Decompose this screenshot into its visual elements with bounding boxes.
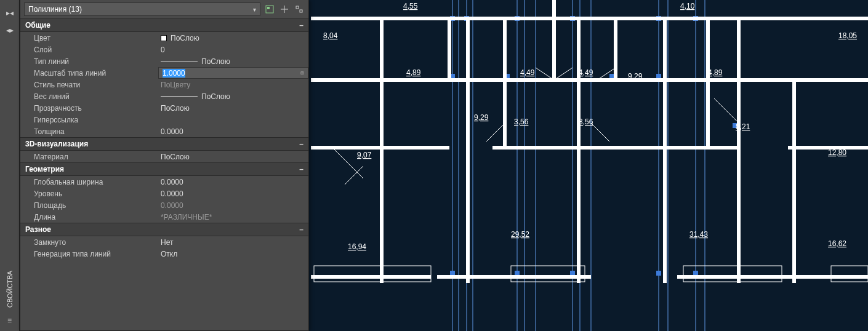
collapse-icon[interactable]: – bbox=[299, 165, 303, 173]
value-text: 0.0000 bbox=[161, 201, 183, 210]
property-row[interactable]: Длина*РАЗЛИЧНЫЕ* bbox=[20, 211, 308, 223]
property-row[interactable]: Уровень0.0000 bbox=[20, 188, 308, 199]
value-text: ПоСлою bbox=[161, 104, 190, 113]
value-text: 0 bbox=[161, 46, 165, 54]
chevron-down-icon: ▾ bbox=[253, 6, 256, 13]
group-header[interactable]: Общие– bbox=[20, 18, 308, 32]
property-value[interactable]: 0.0000 bbox=[158, 199, 308, 211]
select-objects-icon[interactable] bbox=[294, 4, 305, 15]
property-value[interactable]: ПоСлою bbox=[158, 90, 308, 102]
property-value[interactable] bbox=[158, 114, 308, 126]
value-input[interactable] bbox=[161, 68, 308, 78]
property-label: Гиперссылка bbox=[20, 116, 158, 124]
property-row[interactable]: МатериалПоСлою bbox=[20, 151, 308, 162]
selection-combo[interactable]: Полилиния (13) ▾ bbox=[24, 2, 260, 16]
svg-rect-28 bbox=[656, 271, 661, 276]
group-header[interactable]: Геометрия– bbox=[20, 162, 308, 176]
property-row[interactable]: Глобальная ширина0.0000 bbox=[20, 176, 308, 188]
property-label: Масштаб типа линий bbox=[20, 69, 158, 78]
property-value[interactable]: 0.0000 bbox=[158, 176, 308, 188]
property-value[interactable]: ПоСлою bbox=[158, 102, 308, 114]
collapse-icon[interactable]: – bbox=[299, 225, 303, 234]
property-value[interactable]: 0.0000 bbox=[158, 188, 308, 199]
collapse-icon[interactable]: – bbox=[299, 140, 303, 148]
value-text: 0.0000 bbox=[161, 178, 183, 186]
property-row[interactable]: Тип линийПоСлою bbox=[20, 55, 308, 67]
property-value[interactable]: 0.0000 bbox=[158, 126, 308, 137]
value-text: Нет bbox=[161, 238, 173, 247]
property-value[interactable]: ПоСлою bbox=[158, 32, 308, 44]
dim-text: 9,29 bbox=[474, 113, 489, 122]
property-label: Прозрачность bbox=[20, 104, 158, 113]
options-icon[interactable]: ≡ bbox=[6, 316, 14, 325]
collapse-icon[interactable]: – bbox=[299, 21, 303, 30]
dim-text: 12,80 bbox=[828, 148, 846, 157]
property-value[interactable]: 0 bbox=[158, 44, 308, 55]
toggle-pim-icon[interactable] bbox=[264, 4, 275, 15]
property-row[interactable]: Площадь0.0000 bbox=[20, 199, 308, 211]
property-label: Тип линий bbox=[20, 57, 158, 66]
calculator-icon[interactable]: ⊞ bbox=[298, 68, 307, 78]
property-label: Уровень bbox=[20, 189, 158, 198]
dim-text: 9,29 bbox=[628, 72, 643, 81]
dim-text: 8,04 bbox=[323, 31, 338, 40]
property-row[interactable]: ЦветПоСлою bbox=[20, 32, 308, 44]
svg-rect-23 bbox=[656, 74, 661, 79]
dim-text: 3,56 bbox=[579, 118, 593, 126]
group-title: Общие bbox=[25, 21, 50, 30]
dim-text: 4,55 bbox=[403, 2, 418, 10]
value-text: *РАЗЛИЧНЫЕ* bbox=[161, 213, 212, 221]
property-row[interactable]: ЗамкнутоНет bbox=[20, 236, 308, 248]
svg-rect-36 bbox=[300, 10, 302, 12]
property-value[interactable]: ПоСлою bbox=[158, 151, 308, 162]
dim-text: 4,10 bbox=[680, 2, 695, 10]
svg-rect-33 bbox=[831, 266, 868, 282]
dim-text: 16,94 bbox=[348, 242, 366, 251]
property-value[interactable]: Нет bbox=[158, 236, 308, 248]
dim-text: 4,49 bbox=[520, 68, 535, 77]
property-row[interactable]: Толщина0.0000 bbox=[20, 126, 308, 137]
property-label: Толщина bbox=[20, 127, 158, 136]
value-text: ПоСлою bbox=[201, 92, 230, 101]
property-row[interactable]: Генерация типа линийОткл bbox=[20, 248, 308, 260]
property-label: Глобальная ширина bbox=[20, 178, 158, 186]
property-label: Вес линий bbox=[20, 92, 158, 101]
property-row[interactable]: Гиперссылка bbox=[20, 114, 308, 126]
property-value[interactable]: ⊞ bbox=[158, 67, 308, 79]
dim-text: 3,56 bbox=[514, 118, 529, 126]
expand-icon[interactable]: ◂▸ bbox=[6, 26, 14, 34]
property-label: Замкнуто bbox=[20, 238, 158, 247]
panel-title: СВОЙСТВА bbox=[6, 267, 14, 311]
property-value[interactable]: ПоЦвету bbox=[158, 79, 308, 90]
property-label: Цвет bbox=[20, 34, 158, 42]
value-text: Откл bbox=[161, 250, 177, 258]
group-header[interactable]: 3D-визуализация– bbox=[20, 137, 308, 151]
dim-text: 4,49 bbox=[579, 68, 593, 77]
linetype-preview-icon bbox=[161, 61, 198, 62]
property-value[interactable]: *РАЗЛИЧНЫЕ* bbox=[158, 211, 308, 223]
quick-select-icon[interactable] bbox=[279, 4, 290, 15]
group-title: 3D-визуализация bbox=[25, 140, 88, 148]
property-row[interactable]: Стиль печатиПоЦвету bbox=[20, 79, 308, 90]
property-label: Генерация типа линий bbox=[20, 250, 158, 258]
value-text: 0.0000 bbox=[161, 189, 183, 198]
color-swatch-icon bbox=[161, 35, 167, 41]
collapse-icon[interactable]: ▸◂ bbox=[6, 9, 14, 17]
property-row[interactable]: Слой0 bbox=[20, 44, 308, 55]
property-row[interactable]: Вес линийПоСлою bbox=[20, 90, 308, 102]
selection-text: Полилиния (13) bbox=[28, 5, 82, 14]
property-value[interactable]: ПоСлою bbox=[158, 55, 308, 67]
value-text: 0.0000 bbox=[161, 127, 183, 136]
property-value[interactable]: Откл bbox=[158, 248, 308, 260]
group-header[interactable]: Разное– bbox=[20, 223, 308, 236]
value-text: ПоСлою bbox=[171, 34, 199, 42]
svg-rect-27 bbox=[570, 271, 575, 276]
property-label: Стиль печати bbox=[20, 81, 158, 89]
dim-text: 8,21 bbox=[736, 122, 750, 131]
property-label: Площадь bbox=[20, 201, 158, 210]
property-row[interactable]: ПрозрачностьПоСлою bbox=[20, 102, 308, 114]
panel-header: Полилиния (13) ▾ bbox=[20, 0, 308, 18]
dim-text: 18,05 bbox=[838, 31, 857, 40]
linetype-preview-icon bbox=[161, 96, 198, 97]
property-row[interactable]: Масштаб типа линий⊞ bbox=[20, 67, 308, 79]
